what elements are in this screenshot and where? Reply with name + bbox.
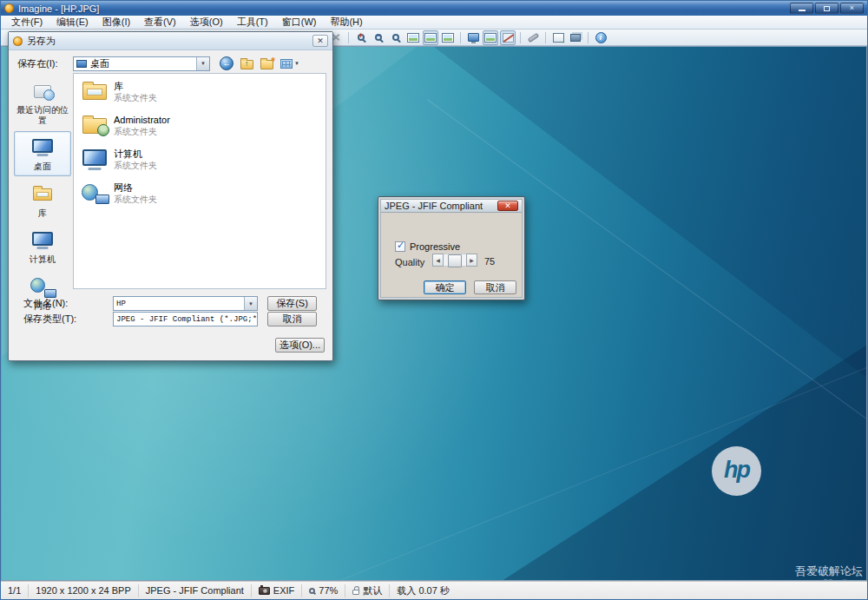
status-page: 1/1 [1,584,29,597]
menu-view[interactable]: 查看(V) [137,16,183,29]
place-libraries[interactable]: 库 [14,178,71,223]
save-dialog-toolbar: 保存在(I): 桌面 ▼ [17,56,324,71]
file-name-input[interactable]: HP [113,296,258,311]
toolbar-separator [545,32,546,43]
resize-image-icon[interactable] [405,30,421,45]
fit-window-icon[interactable] [423,30,438,45]
save-in-combo[interactable]: 桌面 [73,56,210,71]
status-zoom[interactable]: 77% [302,584,345,597]
menu-bar: 文件(F) 编辑(E) 图像(I) 查看(V) 选项(O) 工具(T) 窗口(W… [1,16,867,30]
network-icon [82,183,108,204]
jpeg-dialog-title-bar[interactable]: JPEG - JFIF Compliant ✕ [381,200,522,213]
place-computer[interactable]: 计算机 [14,224,71,269]
status-format: JPEG - JFIF Compliant [139,584,252,597]
lock-icon [352,590,359,595]
about-icon[interactable] [593,30,608,45]
save-button[interactable]: 保存(S) [267,296,317,311]
app-icon [4,3,14,13]
minimize-button[interactable] [790,3,813,14]
combo-dropdown-icon[interactable] [244,297,257,310]
status-profile[interactable]: 默认 [345,584,390,597]
options-button[interactable]: 选项(O)... [275,338,325,353]
save-dialog-close-button[interactable]: ✕ [312,35,328,47]
save-dialog-title-bar[interactable]: 另存为 ✕ [9,32,332,50]
save-all-icon[interactable] [568,30,583,45]
recent-places-icon [34,85,51,98]
slider-track[interactable] [444,254,466,267]
close-icon: × [850,4,854,12]
jpeg-close-button[interactable]: ✕ [497,201,518,211]
fullscreen-icon[interactable] [465,30,481,45]
lock-edit-icon[interactable] [500,30,516,45]
new-folder-icon[interactable] [260,60,273,69]
batch-convert-icon[interactable] [550,30,566,45]
magnifier-icon [309,588,315,594]
slider-thumb[interactable] [448,254,462,267]
save-type-value: JPEG - JFIF Compliant (*.JPG;*.JPE;* [116,315,258,324]
save-in-value: 桌面 [90,57,109,70]
maximize-button[interactable] [815,3,838,14]
toolbar-separator [588,32,589,43]
hp-logo-text: hp [724,457,749,484]
place-desktop[interactable]: 桌面 [14,131,71,176]
list-item[interactable]: 网络 系统文件夹 [79,181,320,207]
save-dialog-title: 另存为 [27,35,56,48]
file-name-label: 文件名(N): [16,297,113,310]
file-list: 库 系统文件夹 Administrator 系统文件夹 计算机 系统文件夹 [73,73,326,289]
progressive-checkbox[interactable] [395,241,405,252]
wallpaper-icon[interactable] [483,30,498,45]
place-recent[interactable]: 最近访问的位置 [14,75,71,129]
save-type-label: 保存类型(T): [16,313,113,326]
window-title: Imagine - [HP.JPG] [18,3,99,14]
jpeg-dialog-body: JPEG - JFIF Compliant ✕ Progressive Qual… [380,199,523,298]
list-item[interactable]: 计算机 系统文件夹 [79,147,320,173]
desktop-mini-icon [76,60,87,68]
zoom-out-icon[interactable] [371,30,386,45]
save-type-combo[interactable]: JPEG - JFIF Compliant (*.JPG;*.JPE;* [113,312,258,326]
jpeg-cancel-button[interactable]: 取消 [474,280,516,294]
slider-right-arrow[interactable] [466,254,477,267]
zoom-in-icon[interactable] [353,30,369,45]
desktop-icon [32,139,53,153]
views-button[interactable]: ▼ [280,59,299,69]
cancel-button[interactable]: 取消 [267,312,317,326]
menu-options[interactable]: 选项(O) [183,16,230,29]
progressive-label: Progressive [410,241,460,252]
menu-window[interactable]: 窗口(W) [275,16,324,29]
up-folder-icon[interactable] [240,60,253,69]
libraries-icon [33,188,52,201]
status-bar: 1/1 1920 x 1200 x 24 BPP JPEG - JFIF Com… [1,581,867,599]
status-exif[interactable]: EXIF [252,584,302,597]
file-type: 系统文件夹 [114,93,157,103]
back-icon[interactable] [220,56,233,70]
list-item[interactable]: Administrator 系统文件夹 [79,113,320,139]
menu-tools[interactable]: 工具(T) [230,16,275,29]
app-window: Imagine - [HP.JPG] × 文件(F) 编辑(E) 图像(I) 查… [0,0,868,600]
quality-slider [432,254,477,267]
close-icon: ✕ [504,202,511,210]
place-label: 最近访问的位置 [16,105,69,125]
file-type: 系统文件夹 [114,161,157,171]
quality-label: Quality [395,257,424,267]
hp-logo: hp [712,446,761,496]
menu-help[interactable]: 帮助(H) [323,16,369,29]
ok-button[interactable]: 确定 [424,280,466,294]
toolbar-separator [520,32,521,43]
close-icon: ✕ [317,36,324,45]
wrench-icon[interactable] [525,30,541,45]
file-type: 系统文件夹 [114,127,170,137]
actual-size-icon[interactable] [440,30,456,45]
zoom-select-icon[interactable] [388,30,404,45]
close-button[interactable]: × [840,3,864,14]
quality-value: 75 [484,256,495,267]
menu-image[interactable]: 图像(I) [95,16,137,29]
list-item[interactable]: 库 系统文件夹 [79,79,320,105]
file-type: 系统文件夹 [114,195,157,205]
camera-icon [259,587,270,595]
computer-icon [32,232,53,246]
menu-file[interactable]: 文件(F) [4,16,49,29]
menu-edit[interactable]: 编辑(E) [49,16,95,29]
slider-left-arrow[interactable] [432,254,444,267]
combo-dropdown-icon[interactable] [196,57,209,70]
dialog-app-icon [13,36,23,46]
